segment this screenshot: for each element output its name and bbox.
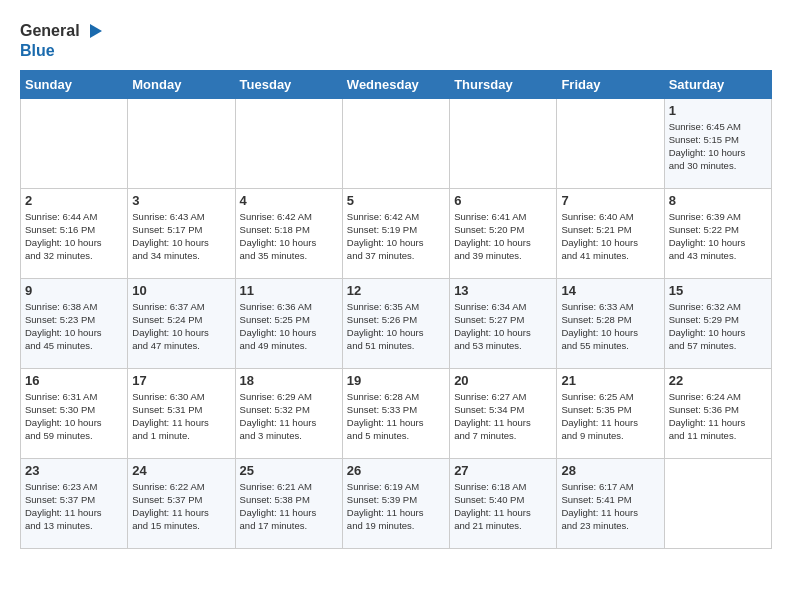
calendar-cell [235, 98, 342, 188]
day-number: 6 [454, 193, 552, 208]
logo-blue: Blue [20, 42, 55, 60]
calendar-table: SundayMondayTuesdayWednesdayThursdayFrid… [20, 70, 772, 549]
day-number: 21 [561, 373, 659, 388]
calendar-week-5: 23Sunrise: 6:23 AM Sunset: 5:37 PM Dayli… [21, 458, 772, 548]
header-sunday: Sunday [21, 70, 128, 98]
calendar-cell [450, 98, 557, 188]
day-info: Sunrise: 6:40 AM Sunset: 5:21 PM Dayligh… [561, 210, 659, 263]
calendar-cell: 20Sunrise: 6:27 AM Sunset: 5:34 PM Dayli… [450, 368, 557, 458]
day-number: 14 [561, 283, 659, 298]
day-info: Sunrise: 6:28 AM Sunset: 5:33 PM Dayligh… [347, 390, 445, 443]
day-info: Sunrise: 6:19 AM Sunset: 5:39 PM Dayligh… [347, 480, 445, 533]
day-number: 7 [561, 193, 659, 208]
day-number: 15 [669, 283, 767, 298]
calendar-cell: 7Sunrise: 6:40 AM Sunset: 5:21 PM Daylig… [557, 188, 664, 278]
day-number: 11 [240, 283, 338, 298]
logo-arrow-icon [82, 20, 104, 42]
header-saturday: Saturday [664, 70, 771, 98]
calendar-cell: 5Sunrise: 6:42 AM Sunset: 5:19 PM Daylig… [342, 188, 449, 278]
logo-general: General [20, 22, 80, 40]
day-info: Sunrise: 6:42 AM Sunset: 5:18 PM Dayligh… [240, 210, 338, 263]
day-info: Sunrise: 6:34 AM Sunset: 5:27 PM Dayligh… [454, 300, 552, 353]
calendar-cell: 10Sunrise: 6:37 AM Sunset: 5:24 PM Dayli… [128, 278, 235, 368]
day-number: 4 [240, 193, 338, 208]
calendar-cell: 21Sunrise: 6:25 AM Sunset: 5:35 PM Dayli… [557, 368, 664, 458]
calendar-header-row: SundayMondayTuesdayWednesdayThursdayFrid… [21, 70, 772, 98]
calendar-cell: 16Sunrise: 6:31 AM Sunset: 5:30 PM Dayli… [21, 368, 128, 458]
calendar-cell: 17Sunrise: 6:30 AM Sunset: 5:31 PM Dayli… [128, 368, 235, 458]
calendar-cell: 1Sunrise: 6:45 AM Sunset: 5:15 PM Daylig… [664, 98, 771, 188]
calendar-week-3: 9Sunrise: 6:38 AM Sunset: 5:23 PM Daylig… [21, 278, 772, 368]
svg-marker-0 [90, 24, 102, 38]
day-info: Sunrise: 6:45 AM Sunset: 5:15 PM Dayligh… [669, 120, 767, 173]
day-number: 3 [132, 193, 230, 208]
day-info: Sunrise: 6:33 AM Sunset: 5:28 PM Dayligh… [561, 300, 659, 353]
calendar-cell: 23Sunrise: 6:23 AM Sunset: 5:37 PM Dayli… [21, 458, 128, 548]
day-info: Sunrise: 6:42 AM Sunset: 5:19 PM Dayligh… [347, 210, 445, 263]
day-number: 24 [132, 463, 230, 478]
day-info: Sunrise: 6:39 AM Sunset: 5:22 PM Dayligh… [669, 210, 767, 263]
logo: General Blue [20, 20, 104, 60]
calendar-cell: 8Sunrise: 6:39 AM Sunset: 5:22 PM Daylig… [664, 188, 771, 278]
calendar-cell: 4Sunrise: 6:42 AM Sunset: 5:18 PM Daylig… [235, 188, 342, 278]
day-info: Sunrise: 6:43 AM Sunset: 5:17 PM Dayligh… [132, 210, 230, 263]
calendar-cell: 25Sunrise: 6:21 AM Sunset: 5:38 PM Dayli… [235, 458, 342, 548]
header-tuesday: Tuesday [235, 70, 342, 98]
day-number: 28 [561, 463, 659, 478]
header-wednesday: Wednesday [342, 70, 449, 98]
day-number: 17 [132, 373, 230, 388]
day-number: 5 [347, 193, 445, 208]
calendar-cell: 13Sunrise: 6:34 AM Sunset: 5:27 PM Dayli… [450, 278, 557, 368]
logo-text: General Blue [20, 20, 104, 60]
day-number: 12 [347, 283, 445, 298]
day-info: Sunrise: 6:32 AM Sunset: 5:29 PM Dayligh… [669, 300, 767, 353]
day-info: Sunrise: 6:24 AM Sunset: 5:36 PM Dayligh… [669, 390, 767, 443]
header-monday: Monday [128, 70, 235, 98]
day-info: Sunrise: 6:21 AM Sunset: 5:38 PM Dayligh… [240, 480, 338, 533]
day-number: 1 [669, 103, 767, 118]
calendar-cell [342, 98, 449, 188]
calendar-cell: 28Sunrise: 6:17 AM Sunset: 5:41 PM Dayli… [557, 458, 664, 548]
day-info: Sunrise: 6:22 AM Sunset: 5:37 PM Dayligh… [132, 480, 230, 533]
day-number: 8 [669, 193, 767, 208]
day-number: 18 [240, 373, 338, 388]
header-thursday: Thursday [450, 70, 557, 98]
calendar-cell: 14Sunrise: 6:33 AM Sunset: 5:28 PM Dayli… [557, 278, 664, 368]
calendar-cell: 9Sunrise: 6:38 AM Sunset: 5:23 PM Daylig… [21, 278, 128, 368]
day-info: Sunrise: 6:30 AM Sunset: 5:31 PM Dayligh… [132, 390, 230, 443]
calendar-cell: 6Sunrise: 6:41 AM Sunset: 5:20 PM Daylig… [450, 188, 557, 278]
day-number: 27 [454, 463, 552, 478]
day-info: Sunrise: 6:31 AM Sunset: 5:30 PM Dayligh… [25, 390, 123, 443]
day-number: 2 [25, 193, 123, 208]
calendar-cell: 2Sunrise: 6:44 AM Sunset: 5:16 PM Daylig… [21, 188, 128, 278]
day-info: Sunrise: 6:38 AM Sunset: 5:23 PM Dayligh… [25, 300, 123, 353]
calendar-cell: 11Sunrise: 6:36 AM Sunset: 5:25 PM Dayli… [235, 278, 342, 368]
day-info: Sunrise: 6:18 AM Sunset: 5:40 PM Dayligh… [454, 480, 552, 533]
day-number: 25 [240, 463, 338, 478]
day-number: 26 [347, 463, 445, 478]
day-number: 10 [132, 283, 230, 298]
calendar-cell: 12Sunrise: 6:35 AM Sunset: 5:26 PM Dayli… [342, 278, 449, 368]
calendar-cell: 3Sunrise: 6:43 AM Sunset: 5:17 PM Daylig… [128, 188, 235, 278]
calendar-cell [557, 98, 664, 188]
calendar-week-4: 16Sunrise: 6:31 AM Sunset: 5:30 PM Dayli… [21, 368, 772, 458]
day-number: 23 [25, 463, 123, 478]
calendar-cell: 19Sunrise: 6:28 AM Sunset: 5:33 PM Dayli… [342, 368, 449, 458]
calendar-cell [664, 458, 771, 548]
day-info: Sunrise: 6:17 AM Sunset: 5:41 PM Dayligh… [561, 480, 659, 533]
calendar-cell [128, 98, 235, 188]
calendar-cell: 27Sunrise: 6:18 AM Sunset: 5:40 PM Dayli… [450, 458, 557, 548]
day-number: 16 [25, 373, 123, 388]
day-number: 20 [454, 373, 552, 388]
calendar-cell: 22Sunrise: 6:24 AM Sunset: 5:36 PM Dayli… [664, 368, 771, 458]
day-info: Sunrise: 6:23 AM Sunset: 5:37 PM Dayligh… [25, 480, 123, 533]
day-number: 22 [669, 373, 767, 388]
day-info: Sunrise: 6:25 AM Sunset: 5:35 PM Dayligh… [561, 390, 659, 443]
calendar-cell: 24Sunrise: 6:22 AM Sunset: 5:37 PM Dayli… [128, 458, 235, 548]
calendar-cell: 15Sunrise: 6:32 AM Sunset: 5:29 PM Dayli… [664, 278, 771, 368]
calendar-cell [21, 98, 128, 188]
day-number: 13 [454, 283, 552, 298]
day-info: Sunrise: 6:36 AM Sunset: 5:25 PM Dayligh… [240, 300, 338, 353]
calendar-week-2: 2Sunrise: 6:44 AM Sunset: 5:16 PM Daylig… [21, 188, 772, 278]
calendar-cell: 18Sunrise: 6:29 AM Sunset: 5:32 PM Dayli… [235, 368, 342, 458]
